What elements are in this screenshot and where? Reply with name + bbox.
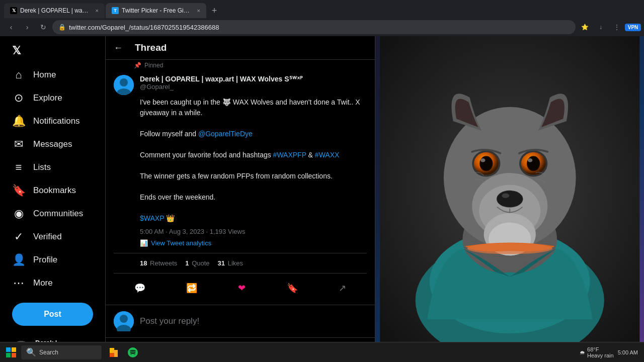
sidebar-label-lists: Lists xyxy=(33,162,51,172)
settings-button[interactable]: ⋮ xyxy=(610,20,624,34)
new-tab-button[interactable]: + xyxy=(207,4,221,18)
inactive-tab[interactable]: T Twitter Picker - Free Giveaway Picker … xyxy=(106,3,206,18)
thread-header: ← Thread xyxy=(106,36,375,60)
wolf-illustration xyxy=(375,36,645,342)
tweet-meta: 5:00 AM · Aug 3, 2023 · 1,193 Views xyxy=(114,228,367,235)
browser-nav: ‹ › ↻ 🔒 twitter.com/Goparel_/status/1687… xyxy=(0,18,644,36)
windows-logo xyxy=(6,347,16,357)
sidebar-label-home: Home xyxy=(33,70,56,80)
browser-tabs: 𝕏 Derek | GOPAREL | waxp.art | W... × T … xyxy=(0,0,644,18)
reply-avatar xyxy=(114,311,134,331)
sidebar-item-notifications[interactable]: 🔔 Notifications xyxy=(6,110,99,133)
pinned-badge: 📌 Pinned xyxy=(106,60,375,69)
reload-button[interactable]: ↻ xyxy=(36,20,50,34)
taskbar-app-music[interactable] xyxy=(124,343,142,361)
communities-icon: ◉ xyxy=(12,207,25,220)
hashtag-waxx[interactable]: #WAXX xyxy=(315,151,340,159)
analytics-link[interactable]: 📊 View Tweet analytics xyxy=(114,239,367,247)
retweet-count[interactable]: 18 Retweets xyxy=(140,259,177,267)
browser-nav-right: ⭐ ↓ ⋮ VPN xyxy=(578,20,640,34)
lock-icon: 🔒 xyxy=(58,24,66,31)
sidebar-item-more[interactable]: ⋯ More xyxy=(6,272,99,295)
back-button[interactable]: ← xyxy=(114,43,123,53)
messages-icon: ✉ xyxy=(12,138,25,151)
svg-rect-39 xyxy=(12,347,16,352)
sidebar-label-communities: Communities xyxy=(33,209,83,219)
weather-icon: 🌧 xyxy=(580,349,585,355)
weather-details: 68°F Heavy rain xyxy=(587,346,614,358)
taskbar-app-files[interactable] xyxy=(105,343,123,361)
sidebar-item-verified[interactable]: ✓ Verified xyxy=(6,225,99,248)
tab-close-2[interactable]: × xyxy=(197,8,200,14)
svg-point-29 xyxy=(480,158,485,162)
svg-rect-44 xyxy=(110,353,114,357)
sidebar-label-bookmarks: Bookmarks xyxy=(33,186,76,196)
taskbar-right: 🌧 68°F Heavy rain 5:00 AM xyxy=(580,346,642,358)
wolf-image xyxy=(375,36,645,342)
taskbar-search[interactable]: 🔍 Search xyxy=(21,345,102,359)
home-icon: ⌂ xyxy=(12,68,25,81)
x-logo[interactable]: 𝕏 xyxy=(6,40,99,61)
reply-button[interactable]: 💬 xyxy=(131,280,148,297)
like-count[interactable]: 31 Likes xyxy=(218,259,243,267)
sidebar-item-lists[interactable]: ≡ Lists xyxy=(6,156,99,179)
address-bar[interactable]: 🔒 twitter.com/Goparel_/status/1687025519… xyxy=(52,20,576,34)
tab-close-1[interactable]: × xyxy=(96,8,99,14)
sidebar-user[interactable]: Derek | GOPAREL | ... @Goparel_ ⋯ xyxy=(6,334,99,342)
verified-icon: ✓ xyxy=(12,230,25,243)
sidebar-item-profile[interactable]: 👤 Profile xyxy=(6,248,99,272)
sidebar-item-home[interactable]: ⌂ Home xyxy=(6,63,99,86)
browser-chrome: 𝕏 Derek | GOPAREL | waxp.art | W... × T … xyxy=(0,0,644,36)
tweet-views: 1,193 xyxy=(210,228,226,235)
right-panel xyxy=(375,36,645,342)
retweet-button[interactable]: 🔁 xyxy=(183,280,200,297)
start-button[interactable] xyxy=(2,343,20,361)
views-label: Views xyxy=(228,228,245,235)
tab-title-1: Derek | GOPAREL | waxp.art | W... xyxy=(20,7,91,14)
share-button[interactable]: ↗ xyxy=(336,280,349,297)
svg-point-24 xyxy=(502,193,509,198)
cashtag-waxp[interactable]: $WAXP xyxy=(140,214,164,222)
profile-icon: 👤 xyxy=(12,253,25,266)
tweet-header: Derek | GOPAREL | waxp.art | WAX Wolves … xyxy=(114,75,367,95)
hashtag-waxpfp[interactable]: #WAXPFP xyxy=(273,151,306,159)
active-tab[interactable]: 𝕏 Derek | GOPAREL | waxp.art | W... × xyxy=(4,3,105,18)
sidebar-item-bookmarks[interactable]: 🔖 Bookmarks xyxy=(6,179,99,202)
thread-title: Thread xyxy=(135,42,167,53)
vpn-badge: VPN xyxy=(625,24,641,31)
taskbar-apps xyxy=(105,343,142,361)
post-button[interactable]: Post xyxy=(12,303,93,326)
bookmark-button[interactable]: 🔖 xyxy=(284,280,301,297)
back-nav-button[interactable]: ‹ xyxy=(4,20,18,34)
sidebar-item-messages[interactable]: ✉ Messages xyxy=(6,133,99,156)
sidebar-item-explore[interactable]: ⊙ Explore xyxy=(6,86,99,110)
bookmarks-icon: 🔖 xyxy=(12,184,25,197)
main-content: ← Thread 📌 Pinned xyxy=(106,36,375,342)
tab-favicon-2: T xyxy=(112,7,119,14)
vpn-button[interactable]: VPN xyxy=(626,20,640,34)
like-button[interactable]: ❤ xyxy=(235,280,249,297)
sidebar-label-profile: Profile xyxy=(33,255,57,265)
tweet-feed: 📌 Pinned Derek | GOPAREL | waxp.art | WA… xyxy=(106,60,375,342)
reply-input[interactable]: Post your reply! xyxy=(140,316,367,326)
download-button[interactable]: ↓ xyxy=(594,20,608,34)
taskbar-search-text: Search xyxy=(39,349,58,356)
tweet-handle[interactable]: @Goparel_ xyxy=(140,83,367,90)
more-icon: ⋯ xyxy=(12,277,25,290)
sidebar-label-explore: Explore xyxy=(33,93,62,103)
weather-info: 🌧 68°F Heavy rain xyxy=(580,346,614,358)
quote-count[interactable]: 1 Quote xyxy=(185,259,209,267)
tweet-display-name[interactable]: Derek | GOPAREL | waxp.art | WAX Wolves … xyxy=(140,75,367,83)
tweet-stats: 18 Retweets 1 Quote 31 Likes xyxy=(114,253,367,274)
lists-icon: ≡ xyxy=(12,161,25,174)
sidebar: 𝕏 ⌂ Home ⊙ Explore 🔔 Notifications ✉ Mes… xyxy=(0,36,106,342)
tweet-avatar[interactable] xyxy=(114,75,134,95)
sidebar-label-messages: Messages xyxy=(33,139,72,149)
svg-point-4 xyxy=(120,78,128,86)
tab-title-2: Twitter Picker - Free Giveaway Picker xyxy=(122,7,192,14)
forward-nav-button[interactable]: › xyxy=(20,20,34,34)
sidebar-item-communities[interactable]: ◉ Communities xyxy=(6,202,99,225)
explore-icon: ⊙ xyxy=(12,92,25,105)
mention-1[interactable]: @GoparelTieDye xyxy=(198,130,253,138)
extensions-button[interactable]: ⭐ xyxy=(578,20,592,34)
